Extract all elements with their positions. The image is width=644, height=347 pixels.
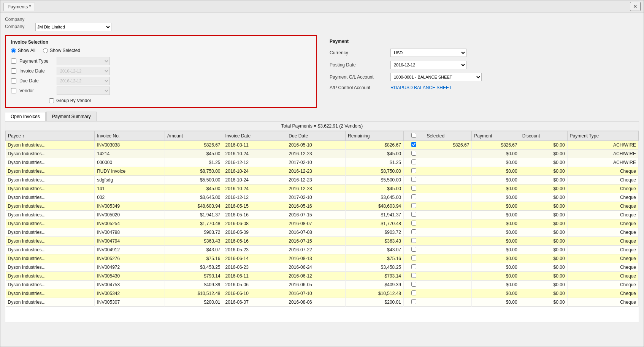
payee-cell: Dyson Industries...	[6, 202, 95, 211]
payment-cell: $0.00	[472, 176, 520, 185]
row-selected-checkbox[interactable]	[411, 238, 416, 243]
tab-payment-summary[interactable]: Payment Summary	[46, 112, 97, 121]
show-selected-radio-item: Show Selected	[43, 48, 80, 53]
vendor-select[interactable]	[57, 87, 110, 95]
invoice-date-select[interactable]: 2016-12-12	[57, 67, 110, 75]
company-field: Company JM Die Limited	[5, 23, 639, 31]
invoice-no-cell: 141	[95, 185, 165, 193]
show-all-radio-item: Show All	[11, 48, 35, 53]
remaining-cell: $5,500.00	[346, 176, 404, 185]
invoice-date-checkbox[interactable]	[11, 68, 16, 74]
col-due-date[interactable]: Due Date	[286, 131, 346, 141]
selected-cell[interactable]	[424, 193, 472, 202]
row-selected-checkbox[interactable]	[411, 142, 416, 147]
company-select[interactable]: JM Die Limited	[35, 23, 111, 31]
selected-cell[interactable]	[424, 281, 472, 289]
row-selected-checkbox[interactable]	[411, 186, 416, 191]
payment-type-cell: Cheque	[567, 289, 638, 298]
invoice-date-cell: 2016-12-12	[223, 193, 286, 202]
vendor-checkbox[interactable]	[11, 88, 16, 93]
col-invoice-no[interactable]: Invoice No.	[95, 131, 165, 141]
payment-type-cell: Cheque	[567, 246, 638, 254]
window-tab[interactable]: Payments *	[3, 3, 35, 11]
invoice-no-cell: INV004753	[95, 281, 165, 289]
row-selected-checkbox[interactable]	[411, 229, 416, 234]
payment-type-filter: Payment Type	[11, 57, 311, 65]
due-date-checkbox[interactable]	[11, 78, 16, 84]
show-selected-radio[interactable]	[43, 48, 48, 53]
row-selected-checkbox[interactable]	[411, 264, 416, 269]
payment-type-select[interactable]	[57, 57, 110, 65]
invoice-selection-title: Invoice Selection	[11, 39, 311, 45]
row-selected-checkbox[interactable]	[411, 273, 416, 278]
table-row: Dyson Industries...14214$45.002016-10-24…	[6, 150, 639, 158]
col-invoice-date[interactable]: Invoice Date	[223, 131, 286, 141]
due-date-select[interactable]: 2016-12-12	[57, 77, 110, 85]
selected-cell[interactable]	[424, 228, 472, 237]
selected-cell[interactable]	[424, 272, 472, 281]
row-selected-checkbox[interactable]	[411, 194, 416, 199]
col-payment[interactable]: Payment	[472, 131, 520, 141]
posting-date-select[interactable]: 2016-12-12	[390, 61, 466, 69]
col-discount[interactable]: Discount	[520, 131, 567, 141]
ap-control-value[interactable]: RDAPUSD BALANCE SHEET	[390, 85, 452, 90]
row-selected-checkbox[interactable]	[411, 203, 416, 208]
selected-cell[interactable]	[424, 289, 472, 298]
row-selected-checkbox[interactable]	[411, 256, 416, 260]
row-selected-checkbox[interactable]	[411, 177, 416, 182]
group-by-vendor-label: Group By Vendor	[56, 98, 91, 103]
discount-cell: $0.00	[520, 289, 567, 298]
selected-cell[interactable]	[424, 211, 472, 219]
currency-select[interactable]: USD	[390, 49, 466, 57]
selected-cell[interactable]	[424, 150, 472, 158]
col-select-all[interactable]	[403, 131, 424, 141]
show-selected-label: Show Selected	[50, 48, 80, 53]
selected-cell[interactable]	[424, 176, 472, 185]
remaining-cell: $1,770.48	[346, 219, 404, 228]
selected-cell[interactable]	[424, 237, 472, 246]
col-payment-type[interactable]: Payment Type	[567, 131, 638, 141]
discount-cell: $0.00	[520, 281, 567, 289]
row-selected-checkbox[interactable]	[411, 290, 416, 295]
selected-cell[interactable]: $826.67	[424, 141, 472, 150]
row-selected-checkbox[interactable]	[411, 168, 416, 173]
selected-cell[interactable]	[424, 202, 472, 211]
amount-cell: $8,750.00	[165, 167, 223, 176]
payment-title: Payment	[330, 39, 634, 44]
row-selected-checkbox[interactable]	[411, 151, 416, 156]
selected-cell[interactable]	[424, 254, 472, 263]
due-date-cell: 2016-08-07	[286, 219, 346, 228]
payment-gl-select[interactable]: 1000-0001 - BALANCE SHEET	[390, 73, 482, 81]
payee-cell: Dyson Industries...	[6, 176, 95, 185]
posting-date-label: Posting Date	[330, 62, 387, 68]
payment-type-cell: Cheque	[567, 167, 638, 176]
row-selected-checkbox[interactable]	[411, 221, 416, 226]
selected-cell[interactable]	[424, 219, 472, 228]
show-all-radio[interactable]	[11, 48, 16, 53]
discount-cell: $0.00	[520, 298, 567, 307]
select-all-checkbox[interactable]	[411, 133, 416, 138]
col-amount[interactable]: Amount	[165, 131, 223, 141]
selected-cell[interactable]	[424, 246, 472, 254]
row-selected-checkbox[interactable]	[411, 299, 416, 304]
selected-cell[interactable]	[424, 158, 472, 167]
selected-cell[interactable]	[424, 185, 472, 193]
payment-type-checkbox[interactable]	[11, 58, 16, 64]
currency-field: Currency USD	[330, 49, 634, 57]
selected-cell[interactable]	[424, 263, 472, 272]
payment-cell: $0.00	[472, 219, 520, 228]
group-by-vendor-checkbox[interactable]	[49, 98, 54, 103]
payment-cell: $0.00	[472, 289, 520, 298]
selected-cell[interactable]	[424, 167, 472, 176]
col-payee[interactable]: Payee ↑	[6, 131, 95, 141]
row-selected-checkbox[interactable]	[411, 212, 416, 217]
tab-open-invoices[interactable]: Open Invoices	[5, 112, 46, 121]
selected-cell[interactable]	[424, 298, 472, 307]
row-selected-checkbox[interactable]	[411, 159, 416, 164]
payment-cell: $0.00	[472, 185, 520, 193]
row-selected-checkbox[interactable]	[411, 282, 416, 287]
close-button[interactable]: ✕	[630, 2, 641, 11]
col-remaining[interactable]: Remaining	[346, 131, 404, 141]
col-selected[interactable]: Selected	[424, 131, 472, 141]
row-selected-checkbox[interactable]	[411, 247, 416, 252]
